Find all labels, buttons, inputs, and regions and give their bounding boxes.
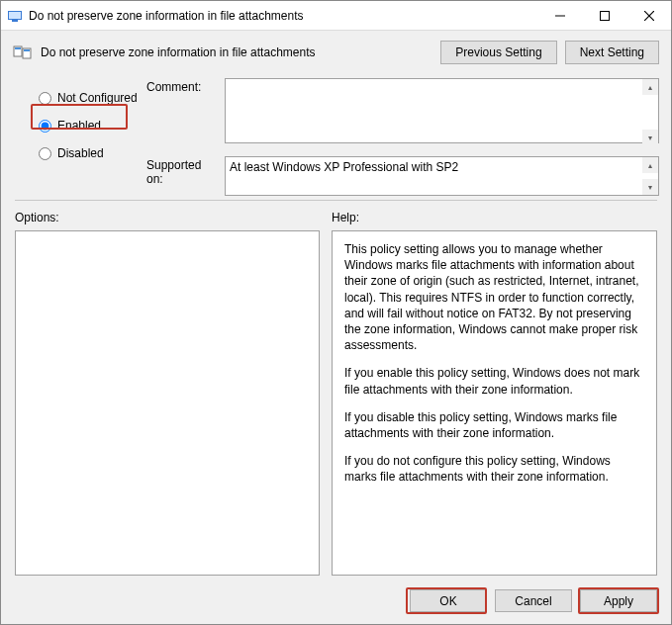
radio-disabled[interactable]: Disabled <box>37 139 141 167</box>
comment-label: Comment: <box>146 78 221 94</box>
maximize-button[interactable] <box>582 1 626 30</box>
svg-rect-10 <box>24 49 30 51</box>
supported-label: Supported on: <box>146 156 221 186</box>
help-paragraph: If you enable this policy setting, Windo… <box>344 365 644 397</box>
app-icon <box>7 8 23 24</box>
options-label: Options: <box>15 211 332 224</box>
close-button[interactable] <box>626 1 671 30</box>
comment-textarea[interactable] <box>225 78 659 143</box>
help-label: Help: <box>332 211 359 224</box>
help-paragraph: This policy setting allows you to manage… <box>344 241 644 353</box>
panels-row: This policy setting allows you to manage… <box>1 228 671 581</box>
radio-not-configured-input[interactable] <box>39 92 51 105</box>
scroll-down-icon[interactable]: ▾ <box>642 130 658 145</box>
radio-not-configured[interactable]: Not Configured <box>37 84 141 112</box>
comment-supported-col: Comment: ▴ ▾ Supported on: At least Wind… <box>146 72 659 196</box>
help-panel: This policy setting allows you to manage… <box>332 230 657 576</box>
titlebar: Do not preserve zone information in file… <box>1 1 671 31</box>
setting-icon <box>13 45 33 60</box>
radio-enabled[interactable]: Enabled <box>37 112 141 139</box>
help-paragraph: If you disable this policy setting, Wind… <box>344 409 644 441</box>
comment-box-wrap: ▴ ▾ <box>225 78 659 146</box>
panel-labels: Options: Help: <box>1 205 671 228</box>
setting-name-label: Do not preserve zone information in file… <box>41 45 432 59</box>
supported-scroll: ▴ ▾ <box>642 157 658 195</box>
svg-rect-2 <box>12 20 18 22</box>
scroll-down-icon[interactable]: ▾ <box>642 179 658 195</box>
svg-rect-9 <box>15 47 21 49</box>
state-area: Not Configured Enabled Disabled Comment:… <box>1 72 671 196</box>
radio-not-configured-label: Not Configured <box>57 91 138 105</box>
svg-rect-1 <box>9 12 21 19</box>
cancel-button[interactable]: Cancel <box>495 589 572 612</box>
radio-disabled-input[interactable] <box>39 147 51 160</box>
dialog-buttons: OK Cancel Apply <box>1 581 671 624</box>
svg-rect-4 <box>600 11 609 20</box>
ok-button[interactable]: OK <box>410 589 487 612</box>
help-paragraph: If you do not configure this policy sett… <box>344 453 644 485</box>
scroll-up-icon[interactable]: ▴ <box>642 157 658 173</box>
options-panel <box>15 230 320 576</box>
radio-disabled-label: Disabled <box>57 146 104 160</box>
apply-button[interactable]: Apply <box>580 589 657 612</box>
comment-scroll: ▴ ▾ <box>642 79 658 145</box>
scroll-up-icon[interactable]: ▴ <box>642 79 658 95</box>
window-controls <box>537 1 671 30</box>
state-radio-group: Not Configured Enabled Disabled <box>13 72 146 196</box>
radio-enabled-input[interactable] <box>39 120 51 133</box>
minimize-button[interactable] <box>537 1 582 30</box>
supported-on-value: At least Windows XP Professional with SP… <box>225 156 659 196</box>
window-title: Do not preserve zone information in file… <box>29 9 537 23</box>
policy-editor-dialog: Do not preserve zone information in file… <box>0 0 672 625</box>
radio-enabled-label: Enabled <box>57 119 101 133</box>
divider <box>15 200 657 201</box>
supported-box-wrap: At least Windows XP Professional with SP… <box>225 156 659 196</box>
next-setting-button[interactable]: Next Setting <box>565 41 659 64</box>
previous-setting-button[interactable]: Previous Setting <box>440 41 556 64</box>
header-row: Do not preserve zone information in file… <box>1 31 671 72</box>
